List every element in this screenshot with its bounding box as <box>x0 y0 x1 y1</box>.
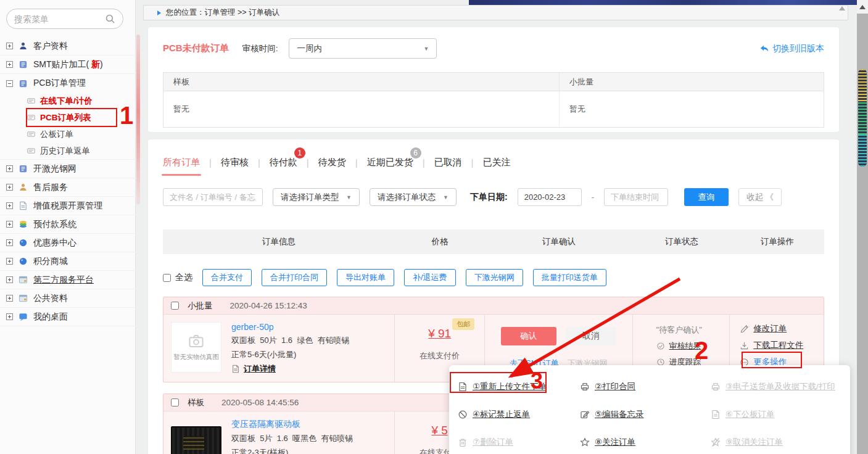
refund-shipping-button[interactable]: 补/退运费 <box>404 269 456 286</box>
expand-icon[interactable] <box>6 221 13 228</box>
merge-pay-button[interactable]: 合并支付 <box>202 269 252 286</box>
modify-order-link[interactable]: 修改订单 <box>740 323 787 334</box>
sidebar-subitem-public-board[interactable]: 公板订单 <box>0 126 136 142</box>
switch-old-version-link[interactable]: 切换到旧版本 <box>759 43 824 54</box>
sidebar-item-pcb-orders[interactable]: PCB订单管理 <box>0 74 136 93</box>
price-link[interactable]: ¥ 5 <box>431 424 447 437</box>
trash-icon <box>458 437 468 447</box>
sidebar-item-points-mall[interactable]: 积分商城 <box>0 252 136 271</box>
sidebar-item-my-desktop[interactable]: 我的桌面 <box>0 308 136 326</box>
order-name-link[interactable]: 变压器隔离驱动板 <box>231 419 353 430</box>
batch-print-delivery-button[interactable]: 批量打印送货单 <box>533 269 606 286</box>
sidebar-item-vat-invoice[interactable]: 增值税票开票管理 <box>0 197 136 215</box>
column-header-small-batch: 小批量 <box>560 73 824 91</box>
scrollbar-up-button[interactable] <box>857 0 868 14</box>
date-start-input[interactable] <box>518 188 582 206</box>
sidebar-item-laser-stencil[interactable]: 开激光钢网 <box>0 160 136 178</box>
menu-item-public-board-order[interactable]: ⑥下公板订单 <box>711 400 850 428</box>
board-preview-placeholder[interactable]: 暂无实物仿真图 <box>171 322 221 373</box>
date-end-input[interactable] <box>604 188 668 206</box>
sidebar-item-coupon-center[interactable]: 优惠券中心 <box>0 234 136 252</box>
expand-icon[interactable] <box>6 276 13 283</box>
order-detail-link[interactable]: 订单详情 <box>231 363 349 374</box>
tab-separator: | <box>209 157 212 175</box>
query-button[interactable]: 查询 <box>684 188 729 206</box>
order-status-select[interactable]: 请选择订单状态 ▼ <box>370 188 457 206</box>
sidebar-search[interactable] <box>6 9 123 29</box>
order-tabs: 所有订单 | 待审核 | 待付款1 | 待发货 | 近期已发货6 | 已取消 |… <box>148 139 839 176</box>
merge-print-contract-button[interactable]: 合并打印合同 <box>262 269 327 286</box>
scroll-top-icon[interactable] <box>839 6 845 10</box>
sidebar-item-aftersale[interactable]: 售后服务 <box>0 178 136 197</box>
menu-item-forbid-reorder[interactable]: ④标记禁止返单 <box>458 400 580 428</box>
order-checkbox[interactable] <box>171 302 179 310</box>
breadcrumb-arrow-icon <box>157 10 161 15</box>
collapse-button[interactable]: 收起 《 <box>738 188 782 206</box>
pcb-board-image[interactable] <box>171 426 221 454</box>
tab-cancelled[interactable]: 已取消 <box>434 157 462 176</box>
download-files-link[interactable]: 下载工程文件 <box>740 340 803 351</box>
keyword-input[interactable] <box>163 188 263 206</box>
order-type: 样板 <box>188 397 204 408</box>
sidebar-subitem-online-order[interactable]: 在线下单/计价 <box>0 93 136 109</box>
scrollbar-minimap-thumb[interactable] <box>858 69 867 167</box>
sidebar-item-thirdparty[interactable]: 第三方服务平台 <box>0 271 136 289</box>
expand-icon[interactable] <box>6 313 13 320</box>
export-statement-button[interactable]: 导出对账单 <box>337 269 394 286</box>
order-type-select[interactable]: 请选择订单类型 ▼ <box>273 188 360 206</box>
panel-title: PCB未付款订单 <box>163 43 229 54</box>
order-name-link[interactable]: gerber-50p <box>231 322 349 332</box>
batch-action-bar: 全选 合并支付 合并打印合同 导出对账单 补/退运费 下激光钢网 批量打印送货单 <box>163 269 824 286</box>
sidebar-subitem-history-reorder[interactable]: 历史订单返单 <box>0 142 136 159</box>
sidebar-item-label: 增值税票开票管理 <box>33 200 102 212</box>
expand-icon[interactable] <box>6 43 13 49</box>
tab-followed[interactable]: 已关注 <box>482 157 510 176</box>
confirm-button[interactable]: 确认 <box>501 327 556 345</box>
status-text: "待客户确认" <box>656 324 702 336</box>
sidebar-item-prepay[interactable]: 预付款系统 <box>0 215 136 234</box>
sidebar-item-public-info[interactable]: 公共资料 <box>0 289 136 308</box>
tab-separator: | <box>423 157 425 175</box>
select-all-checkbox[interactable] <box>163 274 171 282</box>
sidebar-item-label: SMT贴片加工( 新) <box>33 59 103 70</box>
expand-icon[interactable] <box>6 165 13 172</box>
expand-icon[interactable] <box>6 239 13 246</box>
select-all[interactable]: 全选 <box>163 272 192 283</box>
sidebar-item-label: 我的桌面 <box>33 312 68 323</box>
page-scrollbar[interactable] <box>857 0 868 454</box>
menu-item-follow-order[interactable]: ⑧关注订单 <box>580 428 711 454</box>
menu-item-unfollow-order[interactable]: ⑨取消关注订单 <box>711 428 850 454</box>
cancel-button[interactable]: 取消 <box>566 327 616 345</box>
price-link[interactable]: ¥ 91 <box>428 327 451 340</box>
tab-recently-shipped[interactable]: 近期已发货6 <box>367 157 413 176</box>
expand-icon[interactable] <box>6 295 13 302</box>
review-time-select[interactable]: 一周内 ▼ <box>289 38 437 59</box>
order-checkbox[interactable] <box>171 398 179 407</box>
expand-icon[interactable] <box>6 61 13 68</box>
tab-pending-review[interactable]: 待审核 <box>221 157 249 176</box>
laser-stencil-button[interactable]: 下激光钢网 <box>466 269 523 286</box>
menu-item-delete-order[interactable]: ⑦删除订单 <box>458 428 580 454</box>
list-icon <box>27 147 35 154</box>
menu-item-print-contract[interactable]: ②打印合同 <box>580 373 711 400</box>
tab-all-orders[interactable]: 所有订单 <box>163 157 200 176</box>
background-window-strip <box>469 0 868 5</box>
sidebar-scrollbar-thumb[interactable] <box>136 35 140 205</box>
expand-icon[interactable] <box>6 258 13 265</box>
chevron-down-icon: ▼ <box>443 194 448 200</box>
menu-item-edit-memo[interactable]: ⑤编辑备忘录 <box>580 400 711 428</box>
search-input[interactable] <box>14 14 100 24</box>
sidebar-item-smt[interactable]: SMT贴片加工( 新) <box>0 56 136 74</box>
breadcrumb-text: 您的位置：订单管理 >> 订单确认 <box>166 7 279 18</box>
collapse-icon[interactable] <box>6 80 13 87</box>
chevron-down-icon: ▼ <box>346 194 352 200</box>
tab-pending-payment[interactable]: 待付款1 <box>270 157 297 176</box>
sidebar-item-customer-info[interactable]: 客户资料 <box>0 37 136 56</box>
menu-item-delivery-receipt[interactable]: ③电子送货单及收据下载/打印 <box>711 373 850 400</box>
tab-pending-shipment[interactable]: 待发货 <box>318 157 346 176</box>
order-table-header: 订单信息 价格 订单确认 订单状态 订单操作 <box>163 229 824 254</box>
expand-icon[interactable] <box>6 202 13 209</box>
search-icon[interactable] <box>105 14 115 24</box>
expand-icon[interactable] <box>6 184 13 191</box>
unpaid-orders-table: 样板 小批量 暂无 暂无 <box>163 72 824 128</box>
